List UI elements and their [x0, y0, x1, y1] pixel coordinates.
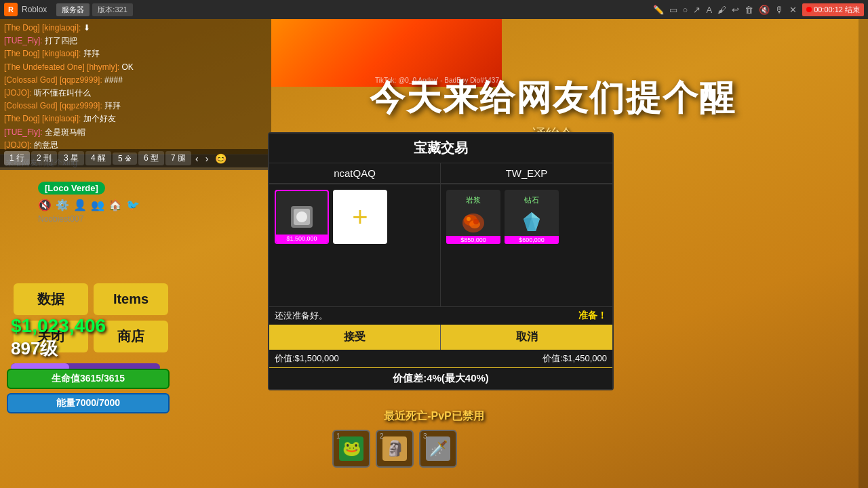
window-title: Roblox — [22, 5, 47, 14]
trade-left-player: ncatQAQ — [269, 163, 441, 184]
trash-icon[interactable]: 🗑 — [745, 5, 753, 15]
brush-icon[interactable]: 🖌 — [717, 5, 726, 15]
trade-right-player: TW_EXP — [441, 163, 612, 184]
volume-hud-icon[interactable]: 🔇 — [38, 199, 52, 211]
tab-next-arrow[interactable]: › — [203, 153, 212, 164]
trade-add-button[interactable]: + — [333, 190, 387, 244]
skill-slot-2[interactable]: 2 🗿 — [376, 430, 414, 468]
chat-line: [JOJO]: 听不懂在叫什么 — [4, 87, 267, 100]
trade-item-mystery[interactable]: $1,500,000 — [275, 190, 329, 244]
window-controls: ✏️ ▭ ○ ↗ A 🖌 ↩ 🗑 🔇 🎙 ✕ 00:00:12 结束 — [653, 3, 864, 16]
gear-hud-icon[interactable]: ⚙️ — [56, 199, 69, 211]
arrow-icon[interactable]: ↗ — [693, 5, 701, 15]
chat-line: [The Dog] [kinglaoqi]: 加个好友 — [4, 113, 267, 125]
tab-1[interactable]: 1 行 — [4, 151, 30, 165]
lava-item-price: $850,000 — [446, 236, 500, 244]
record-timer: 00:00:12 结束 — [802, 3, 864, 16]
energy-bar-container: 能量7000/7000 — [7, 393, 170, 413]
level-number: 897级 — [11, 338, 58, 359]
skill-slot-1[interactable]: 1 🐸 — [332, 430, 370, 468]
svg-point-2 — [296, 211, 307, 222]
lava-item-icon — [458, 207, 488, 239]
trade-footer: 还没准备好。 准备！ 接受 取消 价值:$1,500,000 价值:$1,450… — [269, 306, 612, 389]
pencil-icon[interactable]: ✏️ — [653, 5, 664, 15]
circle-icon[interactable]: ○ — [683, 5, 688, 15]
close-icon[interactable]: ✕ — [789, 5, 797, 15]
chat-line: [The Undefeated One] [hhymly]: OK — [4, 61, 267, 74]
chat-line: [Colossal God] [qqpz9999]: #### — [4, 74, 267, 87]
trade-price-row: 价值:$1,500,000 价值:$1,450,000 — [269, 350, 612, 367]
skill-hotbar: 1 🐸 2 🗿 3 🗡️ — [332, 430, 457, 468]
trade-cancel-button[interactable]: 取消 — [441, 325, 612, 350]
tab-6[interactable]: 6 型 — [138, 151, 164, 165]
data-button[interactable]: 数据 — [14, 283, 88, 315]
twitter-hud-icon[interactable]: 🐦 — [126, 199, 140, 211]
mystery-item-price: $1,500,000 — [276, 235, 328, 243]
title-bar: R Roblox 服务器 版本:321 ✏️ ▭ ○ ↗ A 🖌 ↩ 🗑 🔇 🎙… — [0, 0, 868, 19]
trade-status-right: 准备！ — [441, 310, 607, 322]
mic-icon[interactable]: 🎙 — [775, 5, 784, 15]
app-icon: R — [4, 3, 18, 16]
skill-icon-buddha: 🗿 — [382, 436, 407, 461]
username-display: Noobiest007 — [38, 214, 140, 224]
skill-icon-sword: 🗡️ — [426, 436, 450, 461]
trade-btn-row: 接受 取消 — [269, 325, 612, 350]
hud-icons: 🔇 ⚙️ 👤 👥 🏠 🐦 — [38, 199, 140, 211]
trade-modal: 宝藏交易 ncatQAQ TW_EXP $1,500,000 + — [268, 132, 614, 390]
undo-icon[interactable]: ↩ — [732, 5, 739, 15]
tab-bar: 1 行 2 刑 3 星 4 醒 5 ※ 6 型 7 腿 ‹ › 😊 — [0, 149, 271, 167]
skill-slot-3-num: 3 — [423, 432, 427, 440]
tab-5[interactable]: 5 ※ — [113, 152, 137, 165]
skill-slot-3[interactable]: 3 🗡️ — [419, 430, 457, 468]
currency-amount: $1,023,406 — [11, 315, 160, 337]
top-tabs: 服务器 版本:321 — [56, 3, 132, 16]
lava-item-label: 岩浆 — [466, 195, 481, 205]
trade-right-item-diamond[interactable]: 钻石 $600,000 — [505, 190, 559, 244]
items-button[interactable]: Items — [94, 283, 168, 315]
person-hud-icon[interactable]: 👤 — [73, 199, 87, 211]
chat-panel: [The Dog] [kinglaoqi]: ⬇ [TUE_Fly]: 打了四把… — [0, 19, 271, 170]
hp-bar-container: 生命值3615/3615 能量7000/7000 — [7, 369, 170, 413]
tab-4[interactable]: 4 醒 — [85, 151, 111, 165]
chat-messages: [The Dog] [kinglaoqi]: ⬇ [TUE_Fly]: 打了四把… — [0, 19, 271, 155]
volume-icon[interactable]: 🔇 — [759, 5, 770, 15]
tab-prev-arrow[interactable]: ‹ — [193, 153, 201, 164]
chat-line: [Colossal God] [qqpz9999]: 拜拜 — [4, 100, 267, 113]
emoji-button[interactable]: 😊 — [212, 153, 229, 164]
tab-version[interactable]: 版本:321 — [92, 3, 132, 16]
trade-columns: ncatQAQ TW_EXP — [269, 163, 612, 184]
tab-7[interactable]: 7 腿 — [165, 151, 191, 165]
death-notice: 最近死亡-PvP已禁用 — [384, 409, 484, 424]
trade-price-left: 价值:$1,500,000 — [275, 352, 441, 365]
mystery-item-icon — [285, 200, 319, 234]
chat-line: [TUE_Fly]: 打了四把 — [4, 35, 267, 47]
diamond-item-price: $600,000 — [505, 236, 559, 244]
hp-bar: 生命值3615/3615 — [7, 369, 170, 389]
tab-server[interactable]: 服务器 — [56, 3, 90, 16]
trade-right-item-lava[interactable]: 岩浆 $850,000 — [446, 190, 500, 244]
chat-line: [The Dog] [kinglaoqi]: ⬇ — [4, 22, 267, 35]
banner-main-text: 今天来给网友们提个醒 — [237, 75, 868, 122]
right-scrollbar[interactable] — [859, 19, 868, 488]
tab-2[interactable]: 2 刑 — [31, 151, 57, 165]
group-hud-icon[interactable]: 👥 — [91, 199, 104, 211]
skill-slot-1-num: 1 — [336, 432, 340, 440]
svg-point-7 — [473, 219, 479, 224]
text-icon[interactable]: A — [706, 5, 712, 15]
trade-diff-bar: 价值差:4%(最大40%) — [269, 367, 612, 389]
trade-right-items: 岩浆 $850,000 钻石 — [441, 184, 612, 306]
chat-line: [TUE_Fly]: 全是斑马帽 — [4, 126, 267, 139]
house-hud-icon[interactable]: 🏠 — [108, 199, 122, 211]
skill-icon-frog: 🐸 — [339, 436, 363, 461]
level-display: 897级 — [11, 337, 160, 361]
trade-accept-button[interactable]: 接受 — [269, 325, 441, 350]
svg-point-6 — [467, 217, 471, 221]
player-name-badge: [Loco Verde] — [38, 182, 105, 195]
trade-title: 宝藏交易 — [269, 134, 612, 163]
trade-left-items: $1,500,000 + — [269, 184, 441, 306]
rectangle-icon[interactable]: ▭ — [669, 5, 677, 15]
skill-slot-2-num: 2 — [380, 432, 384, 440]
diamond-item-label: 钻石 — [524, 195, 539, 205]
tab-3[interactable]: 3 星 — [58, 151, 84, 165]
energy-bar: 能量7000/7000 — [7, 393, 170, 413]
